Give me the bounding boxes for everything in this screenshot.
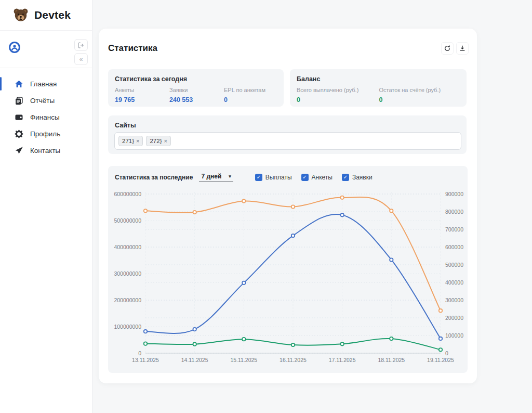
user-avatar-icon[interactable] <box>8 41 21 54</box>
svg-text:15.11.2025: 15.11.2025 <box>230 357 257 363</box>
main-content-card: Статистика Статистика за сегодня Анкеты … <box>99 29 477 383</box>
sites-title: Сайты <box>115 122 136 129</box>
svg-text:14.11.2025: 14.11.2025 <box>181 357 208 363</box>
svg-text:13.11.2025: 13.11.2025 <box>132 357 159 363</box>
sidebar-item-main[interactable]: Главная <box>0 75 92 92</box>
download-icon <box>459 45 466 52</box>
sidebar-item-contacts[interactable]: Контакты <box>0 142 92 159</box>
active-indicator <box>0 77 2 91</box>
svg-text:300000: 300000 <box>445 297 463 303</box>
stat-account-rest: Остаток на счёте (руб.) 0 <box>379 87 462 104</box>
today-stats-card: Статистика за сегодня Анкеты 19 765 Заяв… <box>108 69 284 107</box>
stat-zayavki: Заявки 240 553 <box>169 87 224 104</box>
svg-text:100000: 100000 <box>445 332 463 339</box>
svg-text:16.11.2025: 16.11.2025 <box>280 357 307 363</box>
svg-text:200000000: 200000000 <box>114 297 141 303</box>
site-tag: 271} × <box>118 136 143 146</box>
svg-text:300000000: 300000000 <box>114 270 141 277</box>
sidebar-item-reports[interactable]: Отчёты <box>0 92 92 109</box>
page-title: Статистика <box>108 43 157 54</box>
svg-text:400000: 400000 <box>445 279 463 286</box>
sidebar-item-label: Контакты <box>30 147 60 154</box>
home-icon <box>15 80 23 88</box>
period-dropdown[interactable]: 7 дней ▾ <box>199 172 233 182</box>
svg-text:200000: 200000 <box>445 315 463 321</box>
checkbox-checked-icon: ✓ <box>255 174 262 181</box>
svg-text:18.11.2025: 18.11.2025 <box>378 357 405 363</box>
sidebar-item-label: Главная <box>30 80 57 88</box>
nav-menu: Главная Отчёты Финансы <box>0 68 92 159</box>
stat-paid-total: Всего выплачено (руб.) 0 <box>297 87 379 104</box>
chevron-down-icon: ▾ <box>229 174 231 179</box>
remove-tag-icon[interactable]: × <box>136 138 139 144</box>
svg-text:500000: 500000 <box>445 262 463 268</box>
logout-button[interactable] <box>74 39 88 51</box>
sidebar-item-profile[interactable]: Профиль <box>0 125 92 142</box>
svg-text:17.11.2025: 17.11.2025 <box>329 357 356 363</box>
sidebar-item-finance[interactable]: Финансы <box>0 109 92 125</box>
header-actions <box>441 42 469 55</box>
stat-ankety: Анкеты 19 765 <box>115 87 169 104</box>
stat-value: 19 765 <box>115 96 169 104</box>
svg-text:600000: 600000 <box>445 244 463 250</box>
chart-controls: Статистика за последние 7 дней ▾ ✓ Выпла… <box>115 172 373 182</box>
stat-value: 240 553 <box>169 96 224 104</box>
checkbox-checked-icon: ✓ <box>301 174 309 181</box>
sidebar-item-label: Профиль <box>30 130 60 138</box>
svg-text:600000000: 600000000 <box>114 191 141 197</box>
svg-text:700000: 700000 <box>445 226 463 233</box>
stat-value: 0 <box>224 96 278 104</box>
paper-plane-icon <box>15 146 23 155</box>
collapse-sidebar-button[interactable]: « <box>74 53 88 65</box>
logo: Devtek <box>0 0 92 31</box>
sites-section: Сайты 271} × 272} × <box>108 115 467 154</box>
site-tag: 272} × <box>146 136 170 146</box>
sites-multiselect-input[interactable]: 271} × 272} × <box>114 132 461 150</box>
stat-epl: EPL по анкетам 0 <box>224 87 278 104</box>
sidebar: Devtek « Главная <box>0 0 92 413</box>
svg-text:19.11.2025: 19.11.2025 <box>427 357 454 363</box>
balance-title: Баланс <box>297 75 320 83</box>
checkbox-checked-icon: ✓ <box>342 174 349 181</box>
sidebar-item-label: Финансы <box>30 113 60 121</box>
stat-value: 0 <box>297 96 379 104</box>
svg-text:100000000: 100000000 <box>114 324 141 330</box>
chart-section: Статистика за последние 7 дней ▾ ✓ Выпла… <box>108 166 468 373</box>
profile-row: « <box>0 31 92 68</box>
svg-text:900000: 900000 <box>445 191 463 197</box>
wallet-icon <box>15 113 23 122</box>
checkbox-zayavki[interactable]: ✓ Заявки <box>342 174 373 181</box>
checkbox-payouts[interactable]: ✓ Выплаты <box>255 174 292 181</box>
today-stats-title: Статистика за сегодня <box>115 75 187 83</box>
bear-logo-icon <box>12 7 29 23</box>
logout-icon <box>77 42 85 49</box>
checkbox-ankety[interactable]: ✓ Анкеты <box>301 174 332 181</box>
sidebar-item-label: Отчёты <box>30 97 55 105</box>
reports-icon <box>15 96 23 105</box>
chart-period-label: Статистика за последние <box>115 174 193 181</box>
brand-name: Devtek <box>34 9 71 21</box>
series-toggles: ✓ Выплаты ✓ Анкеты ✓ Заявки <box>255 174 373 181</box>
refresh-button[interactable] <box>441 42 454 55</box>
svg-text:800000: 800000 <box>445 209 463 215</box>
download-button[interactable] <box>456 42 469 55</box>
svg-text:500000000: 500000000 <box>114 217 141 224</box>
svg-text:400000000: 400000000 <box>114 244 141 250</box>
svg-text:0: 0 <box>138 350 141 356</box>
balance-card: Баланс Всего выплачено (руб.) 0 Остаток … <box>290 69 467 107</box>
statistics-chart: 0100000200000300000400000500000600000700… <box>108 185 468 371</box>
refresh-icon <box>444 45 451 52</box>
gear-icon <box>15 130 23 138</box>
stat-value: 0 <box>379 96 462 104</box>
remove-tag-icon[interactable]: × <box>164 138 167 144</box>
svg-text:0: 0 <box>445 350 448 356</box>
collapse-icon: « <box>79 56 83 63</box>
